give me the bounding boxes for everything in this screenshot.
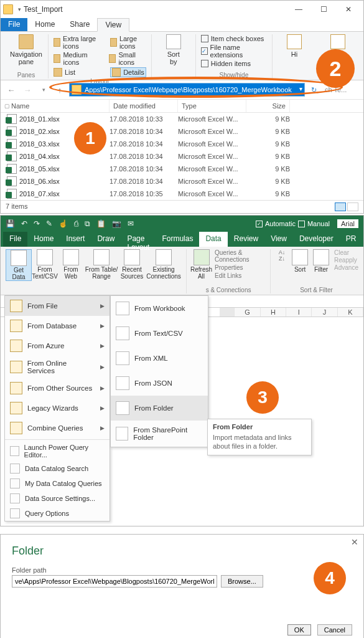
submenu-item-from-folder[interactable]: From Folder — [111, 396, 208, 421]
layout-list[interactable]: ListDetails — [54, 67, 146, 78]
tab-pr[interactable]: PR — [340, 232, 363, 247]
file-extensions-option[interactable]: ✓File name extensions — [201, 43, 267, 59]
maximize-button[interactable]: ☐ — [311, 1, 336, 18]
cancel-button[interactable]: Cancel — [317, 624, 352, 636]
paste-icon[interactable]: 📋 — [96, 219, 106, 228]
col-type[interactable]: Type — [178, 100, 246, 112]
refresh-button[interactable]: ↻ — [307, 86, 320, 94]
browse-button[interactable]: Browse... — [221, 575, 263, 588]
recent-sources-button[interactable]: Recent Sources — [119, 249, 145, 281]
manual-checkbox[interactable] — [298, 221, 305, 227]
col-date[interactable]: Date modified — [110, 100, 178, 112]
reapply-button[interactable]: Reapply — [334, 257, 358, 264]
item-checkboxes-option[interactable]: Item check boxes — [201, 34, 267, 43]
file-row[interactable]: 2018_07.xlsx 17.08.2018 10:35 Microsoft … — [1, 188, 363, 200]
select-all-corner[interactable] — [220, 308, 235, 317]
tab-share[interactable]: Share — [62, 18, 97, 31]
submenu-item-from-xml[interactable]: From XML — [111, 346, 208, 371]
col-header[interactable]: H — [261, 308, 286, 317]
camera-icon[interactable]: 📷 — [112, 219, 121, 228]
submenu-item-from-json[interactable]: From JSON — [111, 371, 208, 396]
filter-button[interactable]: Filter — [310, 249, 332, 273]
hide-selected-button[interactable]: Hi — [278, 34, 311, 58]
address-input[interactable] — [69, 83, 305, 97]
col-header[interactable]: K — [338, 308, 363, 317]
menu-item-query-options[interactable]: Query Options — [5, 506, 110, 521]
advanced-button[interactable]: Advance — [334, 264, 358, 271]
submenu-item-from-sharepoint-folder[interactable]: From SharePoint Folder — [111, 421, 208, 447]
redo-icon[interactable]: ↷ — [34, 219, 40, 228]
file-row[interactable]: 2018_04.xlsx 17.08.2018 10:34 Microsoft … — [1, 150, 363, 163]
menu-item-data-source-settings-[interactable]: Data Source Settings... — [5, 491, 110, 506]
col-header[interactable]: G — [235, 308, 260, 317]
folder-path-input[interactable] — [12, 575, 217, 588]
sort-button[interactable]: Sort — [289, 249, 310, 273]
sort-az-button[interactable]: A↓Z↓ — [274, 249, 289, 273]
tab-view[interactable]: View — [97, 18, 129, 32]
layout-medium[interactable]: Medium iconsSmall icons — [54, 50, 146, 67]
checkbox-icon[interactable] — [201, 35, 208, 42]
details-view-toggle[interactable] — [335, 202, 346, 211]
menu-item-from-online-services[interactable]: From Online Services▶ — [5, 356, 110, 378]
undo-icon[interactable]: ↶ — [21, 219, 27, 228]
back-button[interactable]: ← — [4, 83, 18, 97]
up-button[interactable]: ↑ — [53, 83, 67, 97]
checkbox-icon[interactable]: ✓ — [201, 47, 208, 55]
file-row[interactable]: 2018_06.xlsx 17.08.2018 10:34 Microsoft … — [1, 175, 363, 188]
file-row[interactable]: 2018_01.xlsx 17.08.2018 10:33 Microsoft … — [1, 113, 363, 125]
menu-item-from-database[interactable]: From Database▶ — [5, 316, 110, 336]
tab-insert[interactable]: Insert — [60, 232, 91, 247]
email-icon[interactable]: ✉ — [128, 219, 134, 228]
from-textcsv-button[interactable]: From Text/CSV — [32, 249, 58, 281]
chevron-down-icon[interactable]: ▾ — [299, 85, 302, 92]
minimize-button[interactable]: — — [286, 1, 311, 18]
font-selector[interactable]: Arial — [337, 219, 358, 228]
tab-developer[interactable]: Developer — [293, 232, 340, 247]
menu-item-data-catalog-search[interactable]: Data Catalog Search — [5, 461, 110, 476]
menu-item-from-file[interactable]: From File▶ — [5, 296, 110, 316]
menu-item-legacy-wizards[interactable]: Legacy Wizards▶ — [5, 398, 110, 418]
chevron-down-icon[interactable]: ▾ — [18, 6, 21, 12]
save-icon[interactable]: 💾 — [6, 219, 15, 228]
menu-item-from-azure[interactable]: From Azure▶ — [5, 336, 110, 356]
refresh-all-button[interactable]: Refresh All — [190, 249, 212, 280]
tab-review[interactable]: Review — [228, 232, 264, 247]
menu-item-launch-power-query-editor-[interactable]: Launch Power Query Editor... — [5, 441, 110, 461]
col-header[interactable]: J — [312, 308, 337, 317]
tab-home[interactable]: Home — [27, 232, 60, 247]
tab-formulas[interactable]: Formulas — [156, 232, 199, 247]
properties-label[interactable]: Properties — [215, 264, 266, 271]
edit-links-label[interactable]: Edit Links — [215, 272, 266, 279]
copy-icon[interactable]: ⧉ — [85, 219, 90, 228]
layout-details-selected[interactable]: Details — [110, 67, 146, 77]
tab-home[interactable]: Home — [27, 18, 62, 31]
forward-button[interactable]: → — [21, 83, 34, 97]
navigation-pane-button[interactable]: Navigation pane — [9, 34, 43, 65]
file-row[interactable]: 2018_02.xlsx 17.08.2018 10:34 Microsoft … — [1, 125, 363, 138]
touch-icon[interactable]: ☝ — [58, 219, 68, 228]
queries-conn-label[interactable]: Queries & Connections — [215, 249, 266, 263]
get-data-button[interactable]: Get Data — [6, 249, 32, 281]
tab-file[interactable]: File — [1, 18, 27, 31]
print-icon[interactable]: ⎙ — [74, 219, 78, 228]
search-input[interactable]: ch Te... — [322, 86, 360, 93]
hidden-items-option[interactable]: Hidden items — [201, 59, 267, 68]
clear-button[interactable]: Clear — [334, 249, 358, 256]
tab-page-layout[interactable]: Page Layout — [121, 232, 156, 247]
history-dropdown[interactable]: ▾ — [37, 83, 50, 97]
menu-item-my-data-catalog-queries[interactable]: My Data Catalog Queries — [5, 476, 110, 491]
close-button[interactable]: ✕ — [336, 1, 361, 18]
brush-icon[interactable]: ✎ — [46, 219, 52, 228]
tab-draw[interactable]: Draw — [91, 232, 121, 247]
from-table-button[interactable]: From Table/ Range — [84, 249, 119, 281]
tab-file[interactable]: File — [3, 232, 27, 247]
close-button[interactable]: ✕ — [351, 537, 358, 547]
menu-item-combine-queries[interactable]: Combine Queries▶ — [5, 418, 110, 438]
from-web-button[interactable]: From Web — [58, 249, 84, 281]
col-header[interactable]: I — [286, 308, 312, 317]
file-row[interactable]: 2018_05.xlsx 17.08.2018 10:34 Microsoft … — [1, 163, 363, 175]
sort-by-button[interactable]: Sort by — [157, 34, 190, 65]
automatic-checkbox[interactable]: ✓ — [256, 221, 263, 227]
icons-view-toggle[interactable] — [347, 202, 358, 211]
tab-data[interactable]: Data — [199, 232, 227, 247]
